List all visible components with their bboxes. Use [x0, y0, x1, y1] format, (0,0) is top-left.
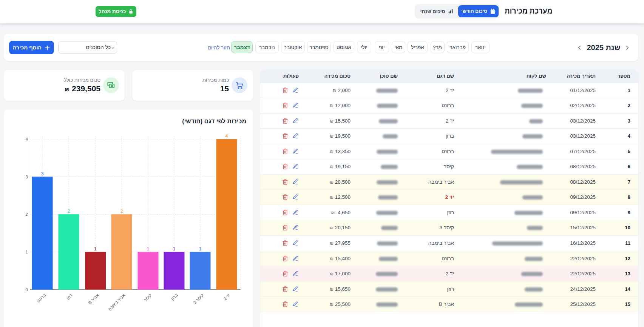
svg-text:3: 3: [26, 175, 28, 179]
svg-text:רוזן: רוזן: [66, 293, 73, 300]
svg-text:אביר B: אביר B: [87, 293, 100, 305]
svg-text:יד 2: יד 2: [223, 293, 231, 301]
svg-text:2: 2: [26, 212, 28, 216]
svg-text:ברונט: ברונט: [36, 293, 46, 303]
svg-text:1: 1: [173, 246, 176, 252]
svg-text:1: 1: [199, 246, 202, 252]
svg-text:4: 4: [225, 134, 228, 139]
svg-text:2: 2: [120, 209, 123, 214]
svg-text:2: 2: [68, 209, 70, 214]
svg-text:1: 1: [147, 246, 150, 252]
svg-text:1: 1: [94, 246, 97, 252]
svg-text:אביר בימבה: אביר בימבה: [107, 293, 126, 312]
svg-text:4: 4: [26, 137, 28, 141]
svg-text:1: 1: [26, 250, 28, 254]
svg-text:קיסר: קיסר: [143, 293, 152, 302]
svg-text:ברון: ברון: [170, 293, 178, 301]
svg-text:קיסר 3: קיסר 3: [193, 293, 205, 305]
svg-text:0: 0: [26, 287, 28, 292]
svg-text:3: 3: [41, 171, 44, 177]
